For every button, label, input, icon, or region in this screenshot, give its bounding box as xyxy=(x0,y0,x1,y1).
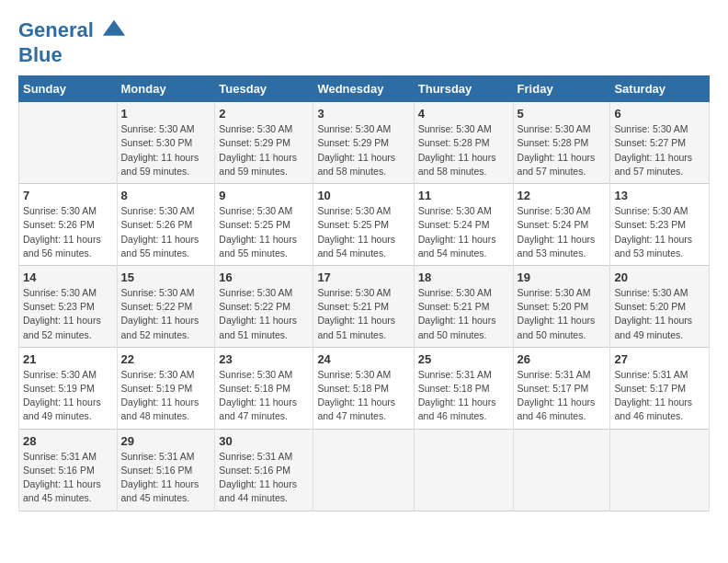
calendar-cell xyxy=(313,429,414,511)
day-info: Sunrise: 5:30 AM Sunset: 5:22 PM Dayligh… xyxy=(219,286,309,342)
day-number: 30 xyxy=(219,434,309,448)
day-info: Sunrise: 5:31 AM Sunset: 5:16 PM Dayligh… xyxy=(23,450,113,506)
calendar-cell: 18Sunrise: 5:30 AM Sunset: 5:21 PM Dayli… xyxy=(414,265,513,347)
calendar-cell: 27Sunrise: 5:31 AM Sunset: 5:17 PM Dayli… xyxy=(610,347,710,429)
day-number: 4 xyxy=(418,107,509,121)
logo: General Blue xyxy=(18,18,127,66)
calendar-cell: 14Sunrise: 5:30 AM Sunset: 5:23 PM Dayli… xyxy=(19,265,118,347)
day-info: Sunrise: 5:30 AM Sunset: 5:21 PM Dayligh… xyxy=(317,286,409,342)
day-number: 29 xyxy=(121,434,211,448)
day-info: Sunrise: 5:30 AM Sunset: 5:21 PM Dayligh… xyxy=(418,286,509,342)
day-number: 17 xyxy=(317,270,409,284)
day-number: 15 xyxy=(121,270,211,284)
calendar-week-2: 7Sunrise: 5:30 AM Sunset: 5:26 PM Daylig… xyxy=(19,184,710,266)
day-info: Sunrise: 5:30 AM Sunset: 5:20 PM Dayligh… xyxy=(614,286,705,342)
day-number: 3 xyxy=(317,107,409,121)
day-info: Sunrise: 5:30 AM Sunset: 5:28 PM Dayligh… xyxy=(418,122,509,178)
column-header-sunday: Sunday xyxy=(19,76,118,102)
calendar-cell: 25Sunrise: 5:31 AM Sunset: 5:18 PM Dayli… xyxy=(414,347,513,429)
calendar-week-5: 28Sunrise: 5:31 AM Sunset: 5:16 PM Dayli… xyxy=(19,429,710,511)
day-info: Sunrise: 5:30 AM Sunset: 5:30 PM Dayligh… xyxy=(121,122,211,178)
day-info: Sunrise: 5:30 AM Sunset: 5:25 PM Dayligh… xyxy=(317,204,409,260)
day-number: 27 xyxy=(614,352,705,366)
day-number: 11 xyxy=(418,189,509,202)
day-info: Sunrise: 5:31 AM Sunset: 5:17 PM Dayligh… xyxy=(518,368,607,424)
day-info: Sunrise: 5:30 AM Sunset: 5:26 PM Dayligh… xyxy=(121,204,211,260)
day-info: Sunrise: 5:30 AM Sunset: 5:19 PM Dayligh… xyxy=(121,368,211,424)
day-number: 5 xyxy=(518,107,607,121)
day-number: 23 xyxy=(219,352,309,366)
day-info: Sunrise: 5:30 AM Sunset: 5:19 PM Dayligh… xyxy=(23,368,113,424)
day-number: 1 xyxy=(121,107,211,121)
calendar-cell xyxy=(513,429,610,511)
calendar-cell: 17Sunrise: 5:30 AM Sunset: 5:21 PM Dayli… xyxy=(313,265,414,347)
calendar-cell: 22Sunrise: 5:30 AM Sunset: 5:19 PM Dayli… xyxy=(117,347,215,429)
calendar-cell: 11Sunrise: 5:30 AM Sunset: 5:24 PM Dayli… xyxy=(414,184,513,266)
day-info: Sunrise: 5:30 AM Sunset: 5:20 PM Dayligh… xyxy=(518,286,607,342)
logo-text: General xyxy=(18,18,127,44)
calendar-table: SundayMondayTuesdayWednesdayThursdayFrid… xyxy=(18,75,710,511)
day-number: 6 xyxy=(614,107,705,121)
day-number: 7 xyxy=(23,189,113,202)
day-number: 19 xyxy=(518,270,607,284)
day-number: 26 xyxy=(518,352,607,366)
calendar-cell: 16Sunrise: 5:30 AM Sunset: 5:22 PM Dayli… xyxy=(215,265,313,347)
day-info: Sunrise: 5:30 AM Sunset: 5:22 PM Dayligh… xyxy=(121,286,211,342)
column-header-saturday: Saturday xyxy=(610,76,710,102)
calendar-week-1: 1Sunrise: 5:30 AM Sunset: 5:30 PM Daylig… xyxy=(19,102,710,184)
day-number: 25 xyxy=(418,352,509,366)
day-number: 14 xyxy=(23,270,113,284)
column-header-wednesday: Wednesday xyxy=(313,76,414,102)
calendar-header: SundayMondayTuesdayWednesdayThursdayFrid… xyxy=(19,76,710,102)
page-header: General Blue xyxy=(18,18,710,66)
column-header-monday: Monday xyxy=(117,76,215,102)
day-info: Sunrise: 5:30 AM Sunset: 5:24 PM Dayligh… xyxy=(518,204,607,260)
day-info: Sunrise: 5:31 AM Sunset: 5:16 PM Dayligh… xyxy=(219,450,309,506)
calendar-cell: 28Sunrise: 5:31 AM Sunset: 5:16 PM Dayli… xyxy=(19,429,118,511)
calendar-cell: 10Sunrise: 5:30 AM Sunset: 5:25 PM Dayli… xyxy=(313,184,414,266)
calendar-cell: 20Sunrise: 5:30 AM Sunset: 5:20 PM Dayli… xyxy=(610,265,710,347)
calendar-cell: 1Sunrise: 5:30 AM Sunset: 5:30 PM Daylig… xyxy=(117,102,215,184)
calendar-cell: 7Sunrise: 5:30 AM Sunset: 5:26 PM Daylig… xyxy=(19,184,118,266)
calendar-cell: 13Sunrise: 5:30 AM Sunset: 5:23 PM Dayli… xyxy=(610,184,710,266)
calendar-cell xyxy=(19,102,118,184)
day-info: Sunrise: 5:30 AM Sunset: 5:24 PM Dayligh… xyxy=(418,204,509,260)
calendar-cell: 4Sunrise: 5:30 AM Sunset: 5:28 PM Daylig… xyxy=(414,102,513,184)
calendar-cell: 19Sunrise: 5:30 AM Sunset: 5:20 PM Dayli… xyxy=(513,265,610,347)
day-info: Sunrise: 5:30 AM Sunset: 5:25 PM Dayligh… xyxy=(219,204,309,260)
day-number: 21 xyxy=(23,352,113,366)
day-number: 2 xyxy=(219,107,309,121)
calendar-cell: 2Sunrise: 5:30 AM Sunset: 5:29 PM Daylig… xyxy=(215,102,313,184)
day-info: Sunrise: 5:30 AM Sunset: 5:23 PM Dayligh… xyxy=(23,286,113,342)
day-info: Sunrise: 5:30 AM Sunset: 5:23 PM Dayligh… xyxy=(614,204,705,260)
calendar-cell: 29Sunrise: 5:31 AM Sunset: 5:16 PM Dayli… xyxy=(117,429,215,511)
day-info: Sunrise: 5:30 AM Sunset: 5:26 PM Dayligh… xyxy=(23,204,113,260)
calendar-cell xyxy=(414,429,513,511)
logo-blue: Blue xyxy=(18,44,127,66)
day-number: 24 xyxy=(317,352,409,366)
day-info: Sunrise: 5:30 AM Sunset: 5:18 PM Dayligh… xyxy=(219,368,309,424)
day-info: Sunrise: 5:30 AM Sunset: 5:29 PM Dayligh… xyxy=(317,122,409,178)
calendar-cell: 3Sunrise: 5:30 AM Sunset: 5:29 PM Daylig… xyxy=(313,102,414,184)
day-number: 8 xyxy=(121,189,211,202)
column-header-tuesday: Tuesday xyxy=(215,76,313,102)
calendar-cell xyxy=(610,429,710,511)
day-info: Sunrise: 5:31 AM Sunset: 5:16 PM Dayligh… xyxy=(121,450,211,506)
calendar-cell: 30Sunrise: 5:31 AM Sunset: 5:16 PM Dayli… xyxy=(215,429,313,511)
day-info: Sunrise: 5:30 AM Sunset: 5:29 PM Dayligh… xyxy=(219,122,309,178)
calendar-week-4: 21Sunrise: 5:30 AM Sunset: 5:19 PM Dayli… xyxy=(19,347,710,429)
calendar-week-3: 14Sunrise: 5:30 AM Sunset: 5:23 PM Dayli… xyxy=(19,265,710,347)
day-number: 16 xyxy=(219,270,309,284)
day-info: Sunrise: 5:31 AM Sunset: 5:18 PM Dayligh… xyxy=(418,368,509,424)
svg-marker-0 xyxy=(103,20,125,36)
day-number: 18 xyxy=(418,270,509,284)
column-header-friday: Friday xyxy=(513,76,610,102)
day-info: Sunrise: 5:30 AM Sunset: 5:18 PM Dayligh… xyxy=(317,368,409,424)
calendar-cell: 5Sunrise: 5:30 AM Sunset: 5:28 PM Daylig… xyxy=(513,102,610,184)
calendar-cell: 24Sunrise: 5:30 AM Sunset: 5:18 PM Dayli… xyxy=(313,347,414,429)
day-number: 13 xyxy=(614,189,705,202)
day-info: Sunrise: 5:30 AM Sunset: 5:27 PM Dayligh… xyxy=(614,122,705,178)
calendar-cell: 9Sunrise: 5:30 AM Sunset: 5:25 PM Daylig… xyxy=(215,184,313,266)
day-number: 10 xyxy=(317,189,409,202)
calendar-cell: 8Sunrise: 5:30 AM Sunset: 5:26 PM Daylig… xyxy=(117,184,215,266)
